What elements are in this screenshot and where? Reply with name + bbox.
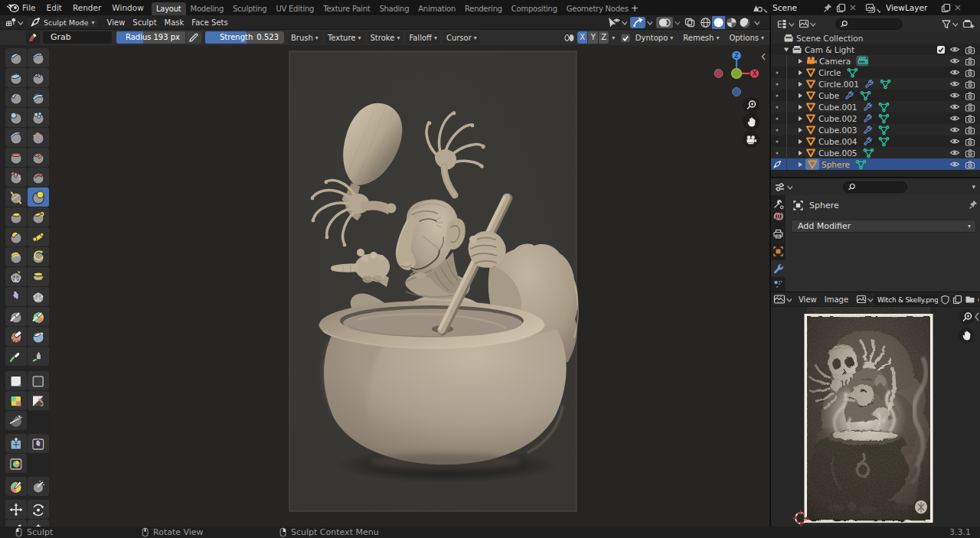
mesh-data-icon[interactable] (878, 102, 890, 112)
mesh-data-icon[interactable] (855, 159, 867, 170)
tool-dropdown-stroke[interactable]: Stroke▾ (368, 31, 403, 44)
tool-scrape[interactable] (28, 148, 49, 167)
modifier-wrench-icon[interactable] (864, 79, 874, 89)
outliner-item-label[interactable]: Circle (818, 68, 841, 77)
mirror-axis-y[interactable]: Y (588, 31, 598, 44)
outliner-item-label[interactable]: Circle.001 (818, 80, 859, 89)
tool-pose[interactable] (28, 227, 49, 246)
expander-right-icon[interactable] (796, 80, 805, 88)
properties-search-field[interactable] (843, 181, 907, 193)
shading-wireframe-button[interactable] (699, 16, 712, 29)
tool-simplify[interactable] (28, 287, 49, 306)
render-properties-tab[interactable] (771, 207, 786, 224)
expander-right-icon[interactable] (796, 115, 805, 122)
mesh-data-icon[interactable] (863, 148, 874, 158)
image-name-field[interactable]: Witch & Skelly.png (874, 294, 938, 305)
editor-type-image-button[interactable] (773, 294, 792, 305)
tool-snake-hook[interactable] (28, 207, 49, 227)
radius-slider[interactable]: Radius 193 px (116, 31, 185, 44)
outliner-row-cube-002[interactable]: Cube.002 (771, 112, 980, 124)
topbar-menu-window[interactable]: Window (106, 0, 149, 15)
tool-clay-strips[interactable] (28, 68, 49, 87)
options-dropdown[interactable]: Options ▾ (726, 31, 767, 44)
viewport-menu-face-sets[interactable]: Face Sets (188, 18, 231, 27)
tool-mask[interactable] (5, 307, 27, 326)
topbar-menu-render[interactable]: Render (67, 0, 106, 15)
editor-type-properties-button[interactable] (774, 182, 792, 192)
outliner-item-label[interactable]: Cube (818, 91, 839, 100)
tool-snake-hook-a[interactable] (5, 207, 27, 227)
outliner-item-label[interactable]: Cube.004 (818, 137, 858, 146)
outliner-row-circle-001[interactable]: Circle.001 (771, 78, 980, 90)
tool-inflate[interactable] (5, 108, 27, 127)
outliner-item-label[interactable]: Cam & Light (805, 45, 854, 54)
brush-thumbnail[interactable] (26, 31, 40, 44)
shading-rendered-button[interactable] (738, 16, 751, 29)
tool-multires-displacement-smear[interactable] (28, 327, 49, 346)
brush-name-field[interactable]: Grab (43, 31, 112, 44)
hide-eye-icon[interactable] (949, 68, 960, 77)
outliner-row-cube-001[interactable]: Cube.001 (771, 101, 980, 112)
tool-draw-sharp[interactable] (28, 48, 49, 67)
outliner-item-label[interactable]: Camera (819, 57, 851, 66)
tool-box-hide[interactable] (28, 371, 49, 390)
hide-eye-icon[interactable] (949, 80, 960, 88)
show-overlays-toggle[interactable] (607, 18, 621, 28)
strength-slider[interactable]: Strength 0.523 (205, 31, 284, 44)
tool-grab[interactable] (28, 187, 49, 207)
view-layer-name[interactable]: ViewLayer (886, 3, 935, 12)
workspace-tab-animation[interactable]: Animation (413, 2, 460, 15)
add-workspace-button[interactable]: + (626, 2, 643, 15)
modifier-properties-tab[interactable] (771, 260, 786, 277)
viewport-menu-view[interactable]: View (103, 18, 129, 27)
mirror-axis-x[interactable]: X (577, 31, 587, 44)
render-visibility-camera-icon[interactable] (965, 91, 975, 100)
outliner-item-label[interactable]: Cube.003 (818, 126, 858, 135)
delete-scene-icon[interactable] (849, 4, 857, 11)
tool-dropdown-cursor[interactable]: Cursor▾ (443, 31, 480, 44)
gizmo-chevron-icon[interactable] (646, 19, 652, 25)
tool-box-face-set[interactable] (5, 391, 27, 410)
modifier-wrench-icon[interactable] (844, 90, 854, 100)
workspace-tab-compositing[interactable]: Compositing (507, 2, 562, 15)
viewport-camera-view-button[interactable] (743, 131, 760, 148)
modifier-wrench-icon[interactable] (863, 113, 873, 123)
render-visibility-camera-icon[interactable] (965, 137, 975, 146)
outliner-row-scene-collection[interactable]: Scene Collection (771, 32, 980, 44)
image-editor-canvas[interactable] (771, 307, 980, 527)
viewport-zoom-button[interactable] (743, 96, 760, 113)
pin-icon[interactable] (969, 200, 978, 210)
header-more-arrow[interactable]: › (977, 295, 980, 304)
tool-nudge[interactable] (5, 247, 27, 266)
render-visibility-camera-icon[interactable] (965, 114, 975, 123)
viewport-pan-hand-button[interactable] (743, 113, 760, 130)
remesh-dropdown[interactable]: Remesh ▾ (680, 31, 722, 44)
toggle-xray-button[interactable] (684, 18, 695, 28)
expander-right-icon[interactable] (796, 69, 805, 77)
tool-pinch[interactable] (28, 168, 49, 187)
mesh-data-icon[interactable] (880, 79, 891, 90)
hide-eye-icon[interactable] (949, 45, 960, 54)
mesh-data-icon[interactable] (860, 90, 871, 101)
workspace-tab-modeling[interactable]: Modeling (186, 2, 229, 15)
image-zoom-icon[interactable] (962, 311, 973, 323)
hide-eye-icon[interactable] (949, 126, 960, 134)
render-visibility-camera-icon[interactable] (965, 68, 975, 77)
modifier-wrench-icon[interactable] (863, 102, 873, 112)
properties-options-chevron[interactable]: ▾ (972, 183, 975, 191)
outliner-row-cube-003[interactable]: Cube.003 (771, 124, 980, 135)
overlays-chevron-icon[interactable] (621, 19, 627, 25)
show-gizmo-toggle[interactable] (630, 17, 645, 28)
tool-boundary[interactable] (28, 267, 49, 286)
tool-smear[interactable] (28, 347, 49, 366)
new-view-layer-button[interactable] (941, 3, 951, 13)
outliner-row-cube-004[interactable]: Cube.004 (771, 135, 980, 147)
workspace-tab-geometry-nodes[interactable]: Geometry Nodes (562, 2, 633, 15)
expander-right-icon[interactable] (796, 138, 805, 145)
tool-rotate-transform[interactable] (28, 500, 49, 519)
expander-right-icon[interactable] (796, 161, 805, 168)
new-collection-button[interactable] (962, 18, 975, 29)
hide-eye-icon[interactable] (949, 160, 960, 168)
viewport-canvas[interactable] (0, 45, 770, 527)
tool-cloth-filter[interactable] (28, 434, 49, 453)
